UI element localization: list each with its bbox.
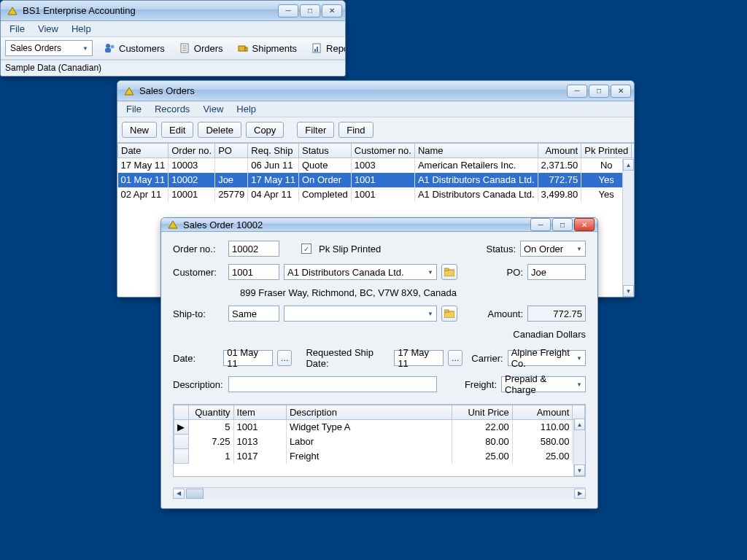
label-pkslip: Pk Slip Printed — [319, 244, 381, 254]
col-header[interactable]: Unit Price — [452, 405, 513, 420]
table-row[interactable]: 02 Apr 11100012577904 Apr 11 Completed10… — [118, 187, 635, 202]
orders-title: Sales Orders — [139, 85, 567, 96]
date-field[interactable]: 01 May 11 — [223, 350, 273, 366]
minimize-button[interactable]: ─ — [530, 218, 551, 231]
col-header[interactable]: Amount — [512, 405, 573, 420]
main-title: BS1 Enterprise Accounting — [23, 5, 278, 16]
maximize-button[interactable]: □ — [300, 4, 320, 18]
customers-label: Customers — [119, 43, 165, 54]
table-row[interactable]: 11017Freight 25.0025.00 — [174, 449, 585, 464]
items-table[interactable]: QuantityItemDescriptionUnit PriceAmount … — [174, 405, 585, 464]
reqship-field[interactable]: 17 May 11 — [394, 350, 444, 366]
freight-combo[interactable]: Prepaid & Charge — [501, 376, 586, 392]
po-field[interactable]: Joe — [527, 264, 586, 280]
pkslip-checkbox[interactable]: ✓ Pk Slip Printed — [301, 244, 381, 254]
folder-button[interactable] — [441, 264, 457, 280]
customers-button[interactable]: Customers — [100, 40, 168, 56]
menu-file[interactable]: File — [4, 22, 31, 36]
shipto-field[interactable]: Same — [228, 306, 279, 322]
date-picker-button[interactable]: … — [448, 350, 462, 366]
menu-help[interactable]: Help — [66, 22, 97, 36]
col-header[interactable]: Item — [233, 405, 286, 420]
col-header[interactable]: Date — [118, 144, 169, 158]
svg-rect-7 — [239, 46, 245, 51]
col-header[interactable]: Req. Ship — [248, 144, 299, 158]
folder-button[interactable] — [441, 306, 457, 322]
vertical-scrollbar[interactable]: ▲ ▼ — [573, 419, 585, 476]
minimize-button[interactable]: ─ — [278, 4, 298, 18]
orders-label: Orders — [194, 43, 223, 54]
col-header[interactable]: Pk Printed — [581, 144, 632, 158]
table-row[interactable]: 7.251013Labor 80.00580.00 — [174, 435, 585, 449]
scroll-down-icon[interactable]: ▼ — [623, 285, 634, 297]
filter-button[interactable]: Filter — [297, 122, 334, 138]
main-toolbar: Sales Orders Customers Orders Shipments … — [1, 37, 345, 60]
orderno-field[interactable]: 10002 — [228, 241, 279, 257]
scroll-down-icon[interactable]: ▼ — [574, 464, 585, 476]
orders-table[interactable]: DateOrder no.POReq. ShipStatusCustomer n… — [117, 143, 635, 202]
form-body: Order no.: 10002 ✓ Pk Slip Printed Statu… — [161, 232, 597, 509]
carrier-combo[interactable]: Alpine Freight Co. — [508, 350, 586, 366]
shipments-button[interactable]: Shipments — [233, 40, 300, 56]
col-header[interactable]: Status — [298, 144, 351, 158]
menu-view[interactable]: View — [32, 22, 64, 36]
scroll-left-icon[interactable]: ◀ — [173, 489, 185, 499]
col-header[interactable]: Quantity — [188, 405, 233, 420]
col-header[interactable]: Order no. — [169, 144, 215, 158]
order-form-window: Sales Order 10002 ─ □ ✕ Order no.: 10002… — [160, 217, 598, 509]
form-title: Sales Order 10002 — [183, 219, 530, 230]
menu-records[interactable]: Records — [149, 102, 196, 116]
close-button[interactable]: ✕ — [574, 218, 595, 231]
main-statusbar: Sample Data (Canadian) — [1, 60, 345, 74]
menu-help[interactable]: Help — [231, 102, 262, 116]
minimize-button[interactable]: ─ — [567, 85, 587, 98]
col-header[interactable]: PO — [215, 144, 248, 158]
scrollbar-thumb[interactable] — [186, 489, 204, 499]
label-po: PO: — [507, 267, 523, 278]
svg-rect-15 — [444, 310, 449, 312]
col-header[interactable]: Customer no. — [351, 144, 414, 158]
module-selector[interactable]: Sales Orders — [5, 40, 93, 56]
reports-button[interactable]: Reports — [307, 40, 346, 56]
description-field[interactable] — [228, 376, 437, 392]
table-row[interactable]: 01 May 1110002Joe17 May 11 On Order1001A… — [118, 173, 635, 187]
status-text: Sample Data (Canadian) — [5, 63, 101, 73]
items-grid[interactable]: QuantityItemDescriptionUnit PriceAmount … — [173, 404, 586, 477]
form-titlebar[interactable]: Sales Order 10002 ─ □ ✕ — [161, 218, 597, 232]
customerno-field[interactable]: 1001 — [228, 264, 279, 280]
orders-button[interactable]: Orders — [175, 40, 226, 56]
col-header[interactable]: Amount — [538, 144, 581, 158]
delete-button[interactable]: Delete — [198, 122, 241, 138]
new-button[interactable]: New — [122, 122, 157, 138]
edit-button[interactable]: Edit — [161, 122, 193, 138]
reports-icon — [310, 42, 323, 55]
reports-label: Reports — [326, 43, 346, 54]
scroll-right-icon[interactable]: ▶ — [574, 489, 586, 499]
table-row[interactable]: 17 May 111000306 Jun 11 Quote1003America… — [118, 158, 635, 173]
menu-file[interactable]: File — [120, 102, 147, 116]
find-button[interactable]: Find — [338, 122, 373, 138]
app-icon — [123, 85, 135, 97]
shipto-combo[interactable] — [284, 306, 437, 322]
close-button[interactable]: ✕ — [322, 4, 342, 18]
copy-button[interactable]: Copy — [246, 122, 284, 138]
label-status: Status: — [487, 244, 516, 254]
check-icon: ✓ — [301, 244, 311, 254]
col-header[interactable]: Description — [286, 405, 452, 420]
close-button[interactable]: ✕ — [611, 85, 631, 98]
scroll-up-icon[interactable]: ▲ — [623, 159, 634, 171]
customername-combo[interactable]: A1 Distributors Canada Ltd. — [284, 264, 437, 280]
vertical-scrollbar[interactable]: ▲ ▼ — [622, 159, 634, 297]
horizontal-scrollbar[interactable]: ◀ ▶ — [173, 487, 586, 499]
maximize-button[interactable]: □ — [589, 85, 609, 98]
maximize-button[interactable]: □ — [552, 218, 573, 231]
orders-titlebar[interactable]: Sales Orders ─ □ ✕ — [117, 81, 634, 101]
scroll-up-icon[interactable]: ▲ — [574, 419, 585, 430]
menu-view[interactable]: View — [197, 102, 229, 116]
date-picker-button[interactable]: … — [277, 350, 292, 366]
main-titlebar[interactable]: BS1 Enterprise Accounting ─ □ ✕ — [1, 1, 345, 21]
col-header[interactable]: Name — [414, 144, 538, 158]
app-icon — [7, 5, 18, 17]
table-row[interactable]: ▶ 51001Widget Type A 22.00110.00 — [174, 420, 585, 435]
status-combo[interactable]: On Order — [520, 241, 586, 257]
